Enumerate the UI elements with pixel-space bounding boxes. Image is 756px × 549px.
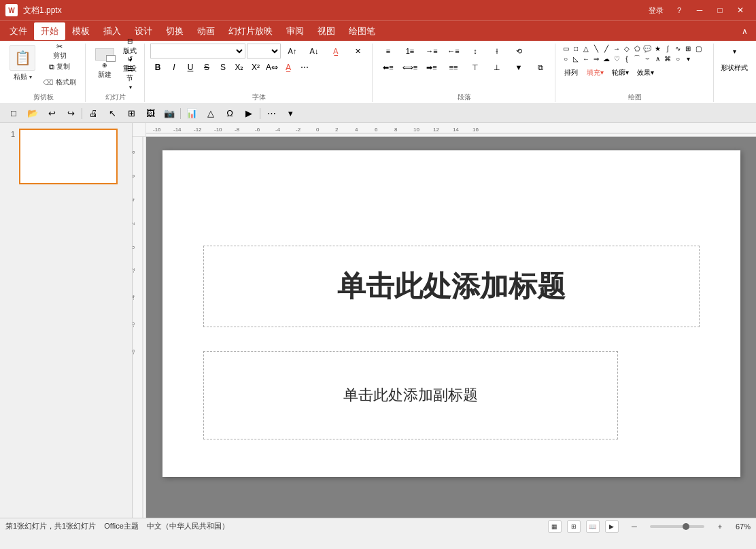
more-font-button[interactable]: ⋯ (297, 60, 312, 75)
superscript-button[interactable]: X² (248, 60, 263, 75)
paste-button-area[interactable]: 📋 粘贴 ▾ (7, 44, 38, 90)
qa-table-button[interactable]: ⊞ (123, 105, 139, 122)
copy-button[interactable]: ⧉ 复制 (39, 59, 80, 74)
fill-button[interactable]: 填充▾ (584, 66, 606, 80)
zoom-slider-thumb[interactable] (683, 523, 689, 530)
arrange-button[interactable]: 排列 (561, 66, 581, 80)
slide-thumbnail[interactable] (19, 129, 118, 184)
shape-curve[interactable]: ∫ (663, 44, 672, 53)
slide-title-box[interactable]: 单击此处添加标题 (203, 246, 700, 327)
align-left-button[interactable]: ⬅≡ (378, 60, 398, 75)
shape-star[interactable]: ★ (653, 44, 662, 53)
slide-canvas-area[interactable]: 单击此处添加标题 单击此处添加副标题 (146, 137, 756, 518)
shape-misc2[interactable]: ⌣ (642, 54, 652, 63)
shape-misc5[interactable]: ○ (673, 54, 683, 63)
align-right-button[interactable]: ➡≡ (422, 60, 442, 75)
zoom-slider[interactable] (650, 525, 704, 528)
shape-freeform[interactable]: ∿ (673, 44, 683, 53)
line-spacing-button[interactable]: ↕ (465, 44, 485, 59)
clear-format-button[interactable]: ✕ (347, 44, 368, 59)
qa-redo-button[interactable]: ↪ (63, 105, 79, 122)
qa-cursor-button[interactable]: ↖ (104, 105, 120, 122)
shape-more[interactable]: ⊞ (683, 44, 693, 53)
shape-more-dropdown[interactable]: ▾ (683, 54, 693, 63)
shape-pentagon[interactable]: ⬠ (632, 44, 642, 53)
help-button[interactable]: ? (672, 5, 687, 16)
cut-button[interactable]: ✂ 剪切 (39, 44, 80, 59)
shape-callout[interactable]: 💬 (642, 44, 652, 53)
shape-triangle[interactable]: △ (581, 44, 591, 53)
qa-media-button[interactable]: ▶ (241, 105, 257, 122)
ribbon-collapse-btn[interactable]: ∧ (736, 24, 753, 39)
menu-home[interactable]: 开始 (34, 22, 65, 40)
shape-rect[interactable]: ▭ (561, 44, 570, 53)
shape-ellipse[interactable]: ○ (561, 54, 570, 63)
normal-view-button[interactable]: ▦ (548, 520, 562, 533)
more-styles-button[interactable]: ▾ (724, 45, 744, 57)
bold-button[interactable]: B (150, 60, 165, 75)
font-name-select[interactable] (150, 44, 245, 59)
shape-callout2[interactable]: ☁ (602, 54, 611, 63)
shape-line2[interactable]: ╱ (602, 44, 611, 53)
menu-slideshow[interactable]: 幻灯片放映 (222, 22, 279, 40)
text-direction-button[interactable]: ⟲ (509, 44, 529, 59)
slideshow-button[interactable]: ▶ (605, 520, 619, 533)
zoom-in-button[interactable]: + (710, 520, 730, 533)
reading-view-button[interactable]: 📖 (586, 520, 600, 533)
shape-misc3[interactable]: ∧ (653, 54, 662, 63)
slide-canvas[interactable]: 单击此处添加标题 单击此处添加副标题 (162, 150, 740, 477)
qa-image-button[interactable]: 🖼 (142, 105, 158, 122)
qa-undo-button[interactable]: ↩ (44, 105, 60, 122)
outline-button[interactable]: 轮廓▾ (609, 66, 632, 80)
paste-icon[interactable]: 📋 (10, 45, 35, 71)
subscript-button[interactable]: X₂ (232, 60, 247, 75)
qa-open-button[interactable]: 📂 (24, 105, 41, 122)
justify-button[interactable]: ≡≡ (443, 60, 464, 75)
char-spacing-button[interactable]: A⇔ (264, 60, 279, 75)
align-middle-button[interactable]: ⊥ (487, 60, 507, 75)
shape-back-arrow[interactable]: ← (581, 54, 591, 63)
font-size-select[interactable] (247, 44, 281, 59)
shape-line[interactable]: ╲ (591, 44, 601, 53)
zoom-out-button[interactable]: ─ (624, 520, 645, 533)
shape-brace[interactable]: { (622, 54, 632, 63)
indent-left-button[interactable]: ←≡ (443, 44, 464, 59)
align-center-button[interactable]: ⟺≡ (400, 60, 420, 75)
qa-symbol-button[interactable]: Ω (222, 105, 238, 122)
slide-title-text[interactable]: 单击此处添加标题 (337, 267, 566, 305)
strikethrough-button[interactable]: S (199, 60, 214, 75)
close-button[interactable]: ✕ (730, 0, 751, 20)
underline-button[interactable]: U (183, 60, 198, 75)
columns-button[interactable]: ⫲ (487, 44, 507, 59)
italic-button[interactable]: I (167, 60, 182, 75)
qa-more-button[interactable]: ⋯ (263, 105, 279, 122)
paste-dropdown-arrow[interactable]: ▾ (29, 74, 32, 80)
bullet-list-button[interactable]: ≡ (378, 44, 398, 59)
align-top-button[interactable]: ⊤ (465, 60, 485, 75)
shape-heart[interactable]: ♡ (612, 54, 621, 63)
indent-right-button[interactable]: →≡ (422, 44, 442, 59)
qa-chart-button[interactable]: 📊 (184, 105, 200, 122)
qa-shapes-button[interactable]: △ (203, 105, 219, 122)
slide-subtitle-text[interactable]: 单击此处添加副标题 (343, 385, 478, 405)
qa-customize-button[interactable]: ▾ (282, 105, 298, 122)
paste-label[interactable]: 粘贴 ▾ (14, 72, 32, 82)
maximize-button[interactable]: □ (710, 0, 730, 20)
numbering-button[interactable]: 1≡ (400, 44, 420, 59)
menu-view[interactable]: 视图 (311, 22, 342, 40)
shape-arrow[interactable]: → (612, 44, 621, 53)
shape-diamond[interactable]: ◇ (622, 44, 632, 53)
shape-right-tri[interactable]: ◺ (571, 54, 581, 63)
qa-print-button[interactable]: 🖨 (85, 105, 101, 122)
convert-smartart-button[interactable]: ⧉ (530, 60, 551, 75)
menu-file[interactable]: 文件 (3, 22, 34, 40)
effect-button[interactable]: 效果▾ (634, 66, 657, 80)
menu-draw[interactable]: 绘图笔 (342, 22, 382, 40)
menu-review[interactable]: 审阅 (279, 22, 311, 40)
new-slide-button[interactable]: ⊕ 新建 (91, 44, 118, 84)
shape-right-arrow[interactable]: ⇒ (591, 54, 601, 63)
menu-animation[interactable]: 动画 (190, 22, 222, 40)
decrease-font-button[interactable]: A↓ (304, 44, 324, 59)
slide-subtitle-box[interactable]: 单击此处添加副标题 (203, 351, 618, 439)
font-color-button[interactable]: A̲ (326, 44, 346, 59)
